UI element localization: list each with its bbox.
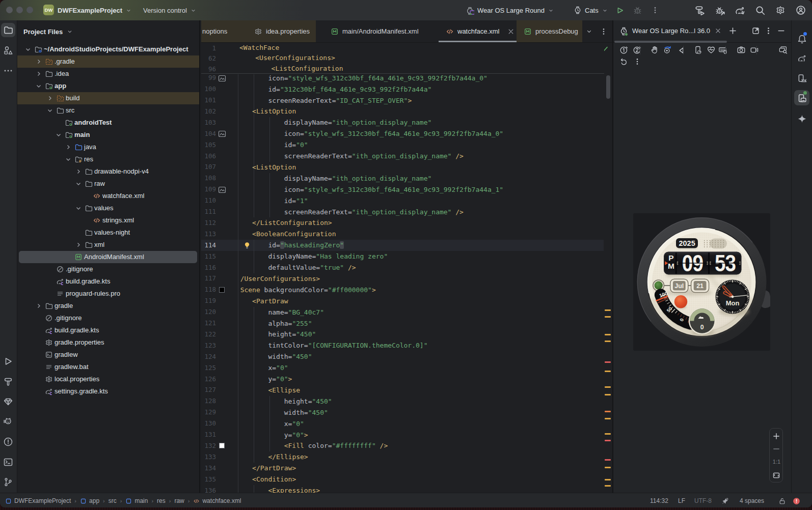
gradle-sync-button[interactable] <box>735 0 745 20</box>
tree-item-raw[interactable]: raw <box>17 178 200 190</box>
close-tab-button[interactable] <box>507 27 515 36</box>
debug-button[interactable] <box>633 0 642 20</box>
tree-item-gradle[interactable]: gradle <box>17 300 200 312</box>
add-device-button[interactable] <box>728 26 738 36</box>
error-stripe-warning[interactable] <box>605 394 611 395</box>
caret-position-widget[interactable]: 114:32 <box>650 494 668 507</box>
chevron-down-icon[interactable] <box>46 106 54 115</box>
attach-debugger-button[interactable] <box>715 0 725 20</box>
editor-tab-idea.properties[interactable]: idea.properties <box>247 20 316 42</box>
tree-item-.gitignore[interactable]: .gitignore <box>17 312 200 324</box>
editor-tab-main-AndroidManifest.xml[interactable]: main/AndroidManifest.xml <box>323 20 439 42</box>
error-stripe-warning[interactable] <box>605 418 611 419</box>
device-action-btn2[interactable] <box>631 44 643 56</box>
tree-item-res[interactable]: res <box>17 153 200 165</box>
zoom-1-1-button[interactable]: 1:1 <box>770 459 783 466</box>
breadcrumb-watchface.xml[interactable]: watchface.xml <box>193 497 241 504</box>
tree-item-gradlew.bat[interactable]: gradlew.bat <box>17 361 200 373</box>
settings-button[interactable] <box>775 0 786 20</box>
minimize-window-button[interactable] <box>16 7 23 13</box>
build-run-button[interactable] <box>694 0 705 20</box>
tree-item-~-AndroidStudioProjects-DWFExampleProject[interactable]: ~/AndroidStudioProjects/DWFExampleProjec… <box>17 43 200 55</box>
tree-item-values-night[interactable]: values-night <box>17 226 200 239</box>
chevron-right-icon[interactable] <box>74 241 83 249</box>
zoom-out-button[interactable] <box>772 445 780 453</box>
device-action-palm[interactable] <box>648 44 661 56</box>
chevron-down-icon[interactable] <box>35 82 43 90</box>
error-indicator[interactable] <box>793 494 800 507</box>
tree-item-.gitignore[interactable]: .gitignore <box>17 263 200 275</box>
project-view-selector[interactable]: Project Files <box>23 20 73 43</box>
breadcrumb-raw[interactable]: raw <box>174 497 184 504</box>
chevron-right-icon[interactable] <box>35 58 43 66</box>
tree-item-.idea[interactable]: .idea <box>17 68 200 80</box>
tool-strip-run[interactable] <box>1 354 15 369</box>
tree-item-androidTest[interactable]: androidTest <box>17 117 200 129</box>
encoding-widget[interactable]: UTF-8 <box>694 494 712 507</box>
tree-item-java[interactable]: java <box>17 141 200 153</box>
device-action-keyboard[interactable] <box>717 44 729 56</box>
tool-strip-resource-manager[interactable] <box>1 43 15 58</box>
device-action-rotate[interactable] <box>661 44 673 56</box>
indent-widget[interactable]: 4 spaces <box>740 494 764 507</box>
profile-button[interactable] <box>796 0 806 20</box>
editor-options-menu[interactable] <box>600 20 612 42</box>
tree-item-gradle.properties[interactable]: gradle.properties <box>17 336 200 349</box>
error-stripe-warning[interactable] <box>605 334 611 335</box>
error-stripe-warning[interactable] <box>605 309 611 311</box>
unpinned-widget[interactable] <box>721 494 729 507</box>
chevron-down-icon[interactable] <box>64 155 72 163</box>
device-action-back[interactable] <box>675 44 687 56</box>
run-configuration-selector[interactable]: Cats <box>574 0 608 20</box>
tool-strip-app-quality-insights[interactable] <box>1 394 15 409</box>
device-action-screens[interactable] <box>777 44 789 56</box>
chevron-right-icon[interactable] <box>46 94 54 102</box>
error-stripe-warning[interactable] <box>605 371 611 372</box>
device-action-reset[interactable] <box>618 55 630 68</box>
chevron-down-icon[interactable] <box>24 45 32 53</box>
error-stripe-error[interactable] <box>605 411 611 412</box>
search-everywhere-button[interactable] <box>755 0 765 20</box>
panel-options-button[interactable] <box>764 26 773 36</box>
device-action-camera[interactable] <box>735 44 747 56</box>
chevron-down-icon[interactable] <box>74 180 83 188</box>
zoom-window-button[interactable] <box>26 7 33 13</box>
breadcrumb-main[interactable]: main <box>125 497 148 504</box>
chevron-right-icon[interactable] <box>74 167 83 176</box>
drawable-preview-icon[interactable] <box>218 130 226 138</box>
error-stripe-warning[interactable] <box>605 479 611 480</box>
drawable-preview-icon[interactable] <box>218 186 226 194</box>
tool-strip-logcat[interactable] <box>1 415 15 429</box>
tool-strip-version-control[interactable] <box>1 475 15 489</box>
zoom-fit-button[interactable] <box>772 471 780 479</box>
tree-item-src[interactable]: src <box>17 104 200 117</box>
device-action-kebab[interactable] <box>631 55 643 68</box>
tree-item-watchface.xml[interactable]: watchface.xml <box>17 190 200 202</box>
tab-list-dropdown[interactable] <box>585 20 598 42</box>
close-window-button[interactable] <box>6 7 13 13</box>
chevron-down-icon[interactable] <box>74 204 83 212</box>
chevron-right-icon[interactable] <box>64 143 72 151</box>
editor-scrollbar-thumb[interactable] <box>606 75 610 99</box>
tree-item-build.gradle.kts[interactable]: build.gradle.kts <box>17 275 200 288</box>
breadcrumb-res[interactable]: res <box>157 497 166 504</box>
line-ending-widget[interactable]: LF <box>678 494 685 507</box>
error-stripe-warning[interactable] <box>605 433 611 435</box>
tool-strip-notifications[interactable] <box>794 31 809 46</box>
tree-item-main[interactable]: main <box>17 129 200 141</box>
tool-strip-device-manager[interactable] <box>794 70 809 86</box>
tree-item-local.properties[interactable]: local.properties <box>17 373 200 385</box>
tree-item-app[interactable]: app <box>17 80 200 92</box>
device-action-video[interactable] <box>748 44 761 56</box>
tool-strip-build[interactable] <box>1 375 15 389</box>
error-stripe-error[interactable] <box>605 361 611 363</box>
device-action-phone-gear[interactable] <box>692 44 705 56</box>
error-stripe-error[interactable] <box>605 459 611 461</box>
device-action-heart[interactable] <box>705 44 717 56</box>
chevron-down-icon[interactable] <box>55 131 63 139</box>
tree-item-xml[interactable]: xml <box>17 239 200 251</box>
breadcrumb-app[interactable]: app <box>80 497 99 504</box>
hide-panel-button[interactable] <box>777 26 786 36</box>
running-device-tab[interactable]: Wear OS Large Ro...l 36.0 <box>613 20 730 42</box>
close-device-tab-button[interactable] <box>714 27 722 35</box>
